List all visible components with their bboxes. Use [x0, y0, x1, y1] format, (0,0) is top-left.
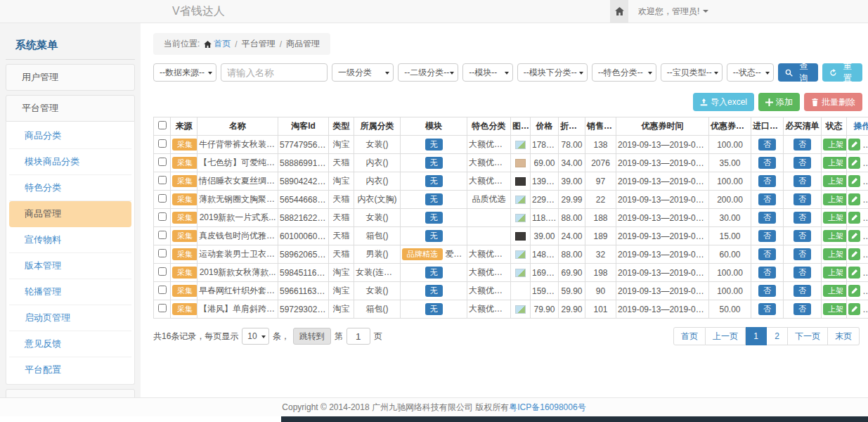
- edit-button[interactable]: [848, 157, 860, 169]
- must-buy-toggle[interactable]: 否: [793, 175, 811, 187]
- delete-button[interactable]: [864, 285, 868, 297]
- delete-button[interactable]: [864, 139, 868, 151]
- user-menu[interactable]: 欢迎您，管理员!: [628, 0, 718, 23]
- row-checkbox[interactable]: [158, 304, 167, 312]
- edit-button[interactable]: [848, 193, 860, 205]
- breadcrumb-platform[interactable]: 平台管理: [242, 38, 276, 50]
- row-checkbox[interactable]: [158, 139, 167, 148]
- sidebar-item-promo-material[interactable]: 宣传物料: [9, 227, 131, 253]
- delete-button[interactable]: [864, 157, 868, 169]
- sidebar-item-feedback[interactable]: 意见反馈: [9, 331, 131, 357]
- imported-toggle[interactable]: 否: [758, 303, 776, 315]
- search-button[interactable]: 查询: [778, 63, 818, 82]
- status-badge[interactable]: 上架: [823, 303, 847, 315]
- row-checkbox[interactable]: [158, 212, 167, 221]
- status-badge[interactable]: 上架: [823, 230, 847, 242]
- delete-button[interactable]: [864, 212, 868, 224]
- feature-category-select[interactable]: --特色分类--: [592, 63, 656, 82]
- status-badge[interactable]: 上架: [823, 267, 847, 279]
- imported-toggle[interactable]: 否: [758, 285, 776, 297]
- category2-select[interactable]: --二级分类--: [398, 63, 458, 82]
- row-checkbox[interactable]: [158, 194, 167, 203]
- jump-button[interactable]: 跳转到: [293, 328, 331, 345]
- last-page-button[interactable]: 末页: [828, 327, 860, 345]
- module-sub-select[interactable]: --模块下分类--: [517, 63, 588, 82]
- status-badge[interactable]: 上架: [823, 193, 847, 205]
- status-badge[interactable]: 上架: [823, 139, 847, 151]
- page-2-button[interactable]: 2: [767, 327, 788, 345]
- edit-button[interactable]: [848, 248, 860, 260]
- edit-button[interactable]: [848, 175, 860, 187]
- imported-toggle[interactable]: 否: [758, 267, 776, 279]
- row-checkbox[interactable]: [158, 176, 167, 184]
- row-checkbox[interactable]: [158, 231, 167, 239]
- must-buy-toggle[interactable]: 否: [793, 267, 811, 279]
- data-source-select[interactable]: --数据来源--: [153, 63, 216, 82]
- sidebar-item-product-mgmt[interactable]: 商品管理: [9, 201, 131, 227]
- must-buy-toggle[interactable]: 否: [793, 230, 811, 242]
- edit-button[interactable]: [848, 212, 860, 224]
- delete-button[interactable]: [864, 248, 868, 260]
- breadcrumb-home-link[interactable]: 首页: [204, 38, 231, 50]
- name-search-input[interactable]: [221, 63, 328, 82]
- sidebar-item-module-product-category[interactable]: 模块商品分类: [9, 149, 131, 175]
- must-buy-toggle[interactable]: 否: [793, 248, 811, 260]
- row-checkbox[interactable]: [158, 267, 167, 276]
- must-buy-toggle[interactable]: 否: [793, 193, 811, 205]
- batch-delete-button[interactable]: 批量删除: [804, 93, 862, 111]
- status-badge[interactable]: 上架: [823, 157, 847, 169]
- imported-toggle[interactable]: 否: [758, 157, 776, 169]
- sidebar-item-splash-mgmt[interactable]: 启动页管理: [9, 305, 131, 331]
- must-buy-toggle[interactable]: 否: [793, 303, 811, 315]
- sidebar-item-user-mgmt[interactable]: 用户管理: [6, 64, 135, 91]
- imported-toggle[interactable]: 否: [758, 175, 776, 187]
- edit-button[interactable]: [848, 285, 860, 297]
- sidebar-item-version-mgmt[interactable]: 版本管理: [9, 253, 131, 279]
- delete-button[interactable]: [864, 267, 868, 279]
- edit-button[interactable]: [848, 230, 860, 242]
- row-checkbox[interactable]: [158, 158, 167, 166]
- delete-button[interactable]: [864, 175, 868, 187]
- imported-toggle[interactable]: 否: [758, 212, 776, 224]
- next-page-button[interactable]: 下一页: [788, 327, 828, 345]
- icp-link[interactable]: 粤ICP备16098006号: [509, 402, 585, 414]
- module-select[interactable]: --模块--: [462, 63, 512, 82]
- prev-page-button[interactable]: 上一页: [706, 327, 746, 345]
- per-page-select[interactable]: 10: [242, 328, 268, 345]
- must-buy-toggle[interactable]: 否: [793, 139, 811, 151]
- imported-toggle[interactable]: 否: [758, 248, 776, 260]
- page-1-button[interactable]: 1: [746, 327, 767, 345]
- delete-button[interactable]: [864, 193, 868, 205]
- sidebar-item-feature-category[interactable]: 特色分类: [9, 175, 131, 201]
- status-badge[interactable]: 上架: [823, 175, 847, 187]
- import-excel-button[interactable]: 导入excel: [693, 93, 754, 111]
- sidebar-item-carousel-mgmt[interactable]: 轮播管理: [9, 279, 131, 305]
- reset-button[interactable]: 重置: [822, 63, 862, 82]
- imported-toggle[interactable]: 否: [758, 230, 776, 242]
- must-buy-toggle[interactable]: 否: [793, 157, 811, 169]
- sidebar-item-group-buy-mgmt[interactable]: 拼团管理: [6, 389, 135, 397]
- sidebar-item-platform-mgmt[interactable]: 平台管理: [6, 95, 135, 122]
- sidebar-item-platform-config[interactable]: 平台配置: [9, 357, 131, 383]
- edit-button[interactable]: [848, 139, 860, 151]
- row-checkbox[interactable]: [158, 286, 167, 294]
- add-button[interactable]: 添加: [758, 93, 800, 111]
- item-type-select[interactable]: --宝贝类型--: [661, 63, 723, 82]
- must-buy-toggle[interactable]: 否: [793, 285, 811, 297]
- jump-page-input[interactable]: [346, 328, 370, 345]
- status-badge[interactable]: 上架: [823, 285, 847, 297]
- must-buy-toggle[interactable]: 否: [793, 212, 811, 224]
- edit-button[interactable]: [848, 267, 860, 279]
- breadcrumb-product[interactable]: 商品管理: [286, 38, 320, 50]
- status-badge[interactable]: 上架: [823, 248, 847, 260]
- edit-button[interactable]: [848, 303, 860, 315]
- sidebar-item-product-category[interactable]: 商品分类: [9, 123, 131, 149]
- status-select[interactable]: --状态--: [727, 63, 775, 82]
- first-page-button[interactable]: 首页: [673, 327, 706, 345]
- imported-toggle[interactable]: 否: [758, 139, 776, 151]
- delete-button[interactable]: [864, 303, 868, 315]
- imported-toggle[interactable]: 否: [758, 193, 776, 205]
- home-button[interactable]: [610, 0, 628, 23]
- select-all-checkbox[interactable]: [158, 121, 167, 129]
- row-checkbox[interactable]: [158, 249, 167, 257]
